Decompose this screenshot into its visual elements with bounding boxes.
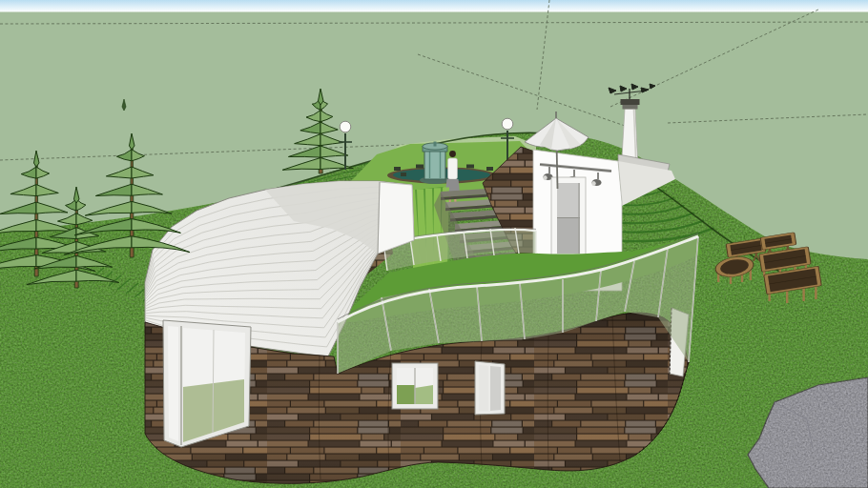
sky [0,0,868,12]
model-scene [0,0,868,488]
tower-glass-door [551,177,586,260]
sketchup-3d-viewport[interactable] [0,0,868,488]
square-window [392,363,438,409]
narrow-window [475,361,505,415]
fountain [420,142,450,185]
corner-picture-window [163,320,251,447]
